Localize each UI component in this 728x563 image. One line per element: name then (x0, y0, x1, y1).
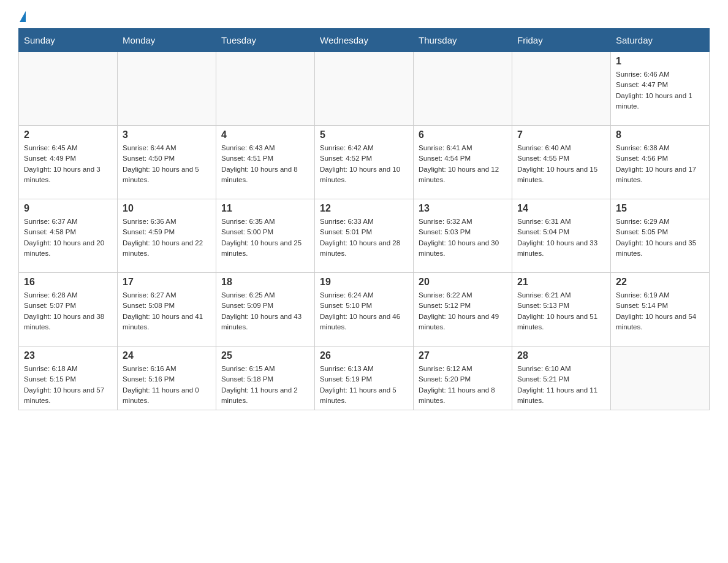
calendar-day-cell: 18Sunrise: 6:25 AM Sunset: 5:09 PM Dayli… (216, 273, 315, 347)
day-info: Sunrise: 6:46 AM Sunset: 4:47 PM Dayligh… (616, 69, 704, 112)
day-info: Sunrise: 6:36 AM Sunset: 4:59 PM Dayligh… (123, 216, 211, 259)
calendar-day-cell: 6Sunrise: 6:41 AM Sunset: 4:54 PM Daylig… (414, 126, 512, 199)
calendar-day-cell: 4Sunrise: 6:43 AM Sunset: 4:51 PM Daylig… (216, 126, 315, 199)
calendar-day-cell: 1Sunrise: 6:46 AM Sunset: 4:47 PM Daylig… (611, 52, 710, 126)
day-of-week-header: Friday (512, 29, 611, 52)
day-info: Sunrise: 6:15 AM Sunset: 5:18 PM Dayligh… (221, 364, 309, 406)
calendar-week-row: 2Sunrise: 6:45 AM Sunset: 4:49 PM Daylig… (19, 126, 710, 199)
day-info: Sunrise: 6:44 AM Sunset: 4:50 PM Dayligh… (123, 143, 211, 185)
day-info: Sunrise: 6:16 AM Sunset: 5:16 PM Dayligh… (123, 364, 211, 406)
calendar-day-cell: 9Sunrise: 6:37 AM Sunset: 4:58 PM Daylig… (19, 199, 118, 273)
calendar-day-cell: 23Sunrise: 6:18 AM Sunset: 5:15 PM Dayli… (19, 347, 118, 410)
calendar-week-row: 1Sunrise: 6:46 AM Sunset: 4:47 PM Daylig… (19, 52, 710, 126)
day-of-week-header: Thursday (414, 29, 512, 52)
day-number: 27 (419, 350, 507, 361)
day-number: 15 (616, 203, 704, 214)
day-info: Sunrise: 6:40 AM Sunset: 4:55 PM Dayligh… (517, 143, 605, 185)
day-info: Sunrise: 6:22 AM Sunset: 5:12 PM Dayligh… (419, 290, 507, 332)
day-info: Sunrise: 6:19 AM Sunset: 5:14 PM Dayligh… (616, 290, 704, 332)
day-info: Sunrise: 6:25 AM Sunset: 5:09 PM Dayligh… (221, 290, 309, 332)
calendar-day-cell: 17Sunrise: 6:27 AM Sunset: 5:08 PM Dayli… (118, 273, 216, 347)
logo-text (18, 12, 25, 23)
logo-triangle-icon (20, 11, 26, 22)
day-info: Sunrise: 6:42 AM Sunset: 4:52 PM Dayligh… (320, 143, 408, 185)
day-number: 22 (616, 277, 704, 288)
day-number: 11 (221, 203, 309, 214)
calendar-day-cell: 28Sunrise: 6:10 AM Sunset: 5:21 PM Dayli… (512, 347, 611, 410)
day-info: Sunrise: 6:12 AM Sunset: 5:20 PM Dayligh… (419, 364, 507, 406)
calendar-day-cell: 7Sunrise: 6:40 AM Sunset: 4:55 PM Daylig… (512, 126, 611, 199)
day-number: 9 (24, 203, 112, 214)
day-info: Sunrise: 6:27 AM Sunset: 5:08 PM Dayligh… (123, 290, 211, 332)
day-number: 20 (419, 277, 507, 288)
calendar-day-cell (512, 52, 611, 126)
day-info: Sunrise: 6:38 AM Sunset: 4:56 PM Dayligh… (616, 143, 704, 185)
day-info: Sunrise: 6:33 AM Sunset: 5:01 PM Dayligh… (320, 216, 408, 259)
day-of-week-header: Saturday (611, 29, 710, 52)
calendar-day-cell: 20Sunrise: 6:22 AM Sunset: 5:12 PM Dayli… (414, 273, 512, 347)
calendar-day-cell: 10Sunrise: 6:36 AM Sunset: 4:59 PM Dayli… (118, 199, 216, 273)
day-number: 18 (221, 277, 309, 288)
calendar-day-cell: 26Sunrise: 6:13 AM Sunset: 5:19 PM Dayli… (315, 347, 414, 410)
calendar-day-cell (414, 52, 512, 126)
day-number: 4 (221, 129, 309, 140)
page-header (18, 12, 710, 22)
day-number: 21 (517, 277, 605, 288)
calendar-day-cell (118, 52, 216, 126)
day-number: 13 (419, 203, 507, 214)
day-info: Sunrise: 6:18 AM Sunset: 5:15 PM Dayligh… (24, 364, 112, 406)
day-info: Sunrise: 6:35 AM Sunset: 5:00 PM Dayligh… (221, 216, 309, 259)
day-info: Sunrise: 6:31 AM Sunset: 5:04 PM Dayligh… (517, 216, 605, 259)
calendar-day-cell (19, 52, 118, 126)
day-info: Sunrise: 6:28 AM Sunset: 5:07 PM Dayligh… (24, 290, 112, 332)
calendar-day-cell: 2Sunrise: 6:45 AM Sunset: 4:49 PM Daylig… (19, 126, 118, 199)
day-number: 12 (320, 203, 408, 214)
day-number: 8 (616, 129, 704, 140)
day-info: Sunrise: 6:29 AM Sunset: 5:05 PM Dayligh… (616, 216, 704, 259)
day-number: 25 (221, 350, 309, 361)
day-info: Sunrise: 6:24 AM Sunset: 5:10 PM Dayligh… (320, 290, 408, 332)
day-number: 6 (419, 129, 507, 140)
day-number: 2 (24, 129, 112, 140)
day-number: 24 (123, 350, 211, 361)
calendar-week-row: 23Sunrise: 6:18 AM Sunset: 5:15 PM Dayli… (19, 347, 710, 410)
calendar-day-cell: 3Sunrise: 6:44 AM Sunset: 4:50 PM Daylig… (118, 126, 216, 199)
calendar-day-cell (611, 347, 710, 410)
calendar-day-cell: 12Sunrise: 6:33 AM Sunset: 5:01 PM Dayli… (315, 199, 414, 273)
calendar-day-cell: 11Sunrise: 6:35 AM Sunset: 5:00 PM Dayli… (216, 199, 315, 273)
day-info: Sunrise: 6:41 AM Sunset: 4:54 PM Dayligh… (419, 143, 507, 185)
day-info: Sunrise: 6:21 AM Sunset: 5:13 PM Dayligh… (517, 290, 605, 332)
day-info: Sunrise: 6:10 AM Sunset: 5:21 PM Dayligh… (517, 364, 605, 406)
calendar-table: SundayMondayTuesdayWednesdayThursdayFrid… (18, 28, 710, 410)
calendar-day-cell: 27Sunrise: 6:12 AM Sunset: 5:20 PM Dayli… (414, 347, 512, 410)
day-number: 14 (517, 203, 605, 214)
day-of-week-header: Tuesday (216, 29, 315, 52)
calendar-day-cell: 24Sunrise: 6:16 AM Sunset: 5:16 PM Dayli… (118, 347, 216, 410)
day-number: 23 (24, 350, 112, 361)
day-number: 3 (123, 129, 211, 140)
day-of-week-header: Monday (118, 29, 216, 52)
calendar-day-cell: 22Sunrise: 6:19 AM Sunset: 5:14 PM Dayli… (611, 273, 710, 347)
calendar-day-cell: 25Sunrise: 6:15 AM Sunset: 5:18 PM Dayli… (216, 347, 315, 410)
day-number: 16 (24, 277, 112, 288)
day-number: 26 (320, 350, 408, 361)
day-info: Sunrise: 6:45 AM Sunset: 4:49 PM Dayligh… (24, 143, 112, 185)
day-number: 17 (123, 277, 211, 288)
calendar-week-row: 9Sunrise: 6:37 AM Sunset: 4:58 PM Daylig… (19, 199, 710, 273)
day-number: 19 (320, 277, 408, 288)
calendar-day-cell: 13Sunrise: 6:32 AM Sunset: 5:03 PM Dayli… (414, 199, 512, 273)
day-number: 10 (123, 203, 211, 214)
calendar-day-cell: 15Sunrise: 6:29 AM Sunset: 5:05 PM Dayli… (611, 199, 710, 273)
calendar-header-row: SundayMondayTuesdayWednesdayThursdayFrid… (19, 29, 710, 52)
calendar-day-cell: 19Sunrise: 6:24 AM Sunset: 5:10 PM Dayli… (315, 273, 414, 347)
day-number: 28 (517, 350, 605, 361)
calendar-week-row: 16Sunrise: 6:28 AM Sunset: 5:07 PM Dayli… (19, 273, 710, 347)
calendar-day-cell: 8Sunrise: 6:38 AM Sunset: 4:56 PM Daylig… (611, 126, 710, 199)
day-info: Sunrise: 6:13 AM Sunset: 5:19 PM Dayligh… (320, 364, 408, 406)
calendar-day-cell: 21Sunrise: 6:21 AM Sunset: 5:13 PM Dayli… (512, 273, 611, 347)
day-info: Sunrise: 6:37 AM Sunset: 4:58 PM Dayligh… (24, 216, 112, 259)
day-of-week-header: Wednesday (315, 29, 414, 52)
calendar-day-cell: 14Sunrise: 6:31 AM Sunset: 5:04 PM Dayli… (512, 199, 611, 273)
day-info: Sunrise: 6:43 AM Sunset: 4:51 PM Dayligh… (221, 143, 309, 185)
day-number: 5 (320, 129, 408, 140)
